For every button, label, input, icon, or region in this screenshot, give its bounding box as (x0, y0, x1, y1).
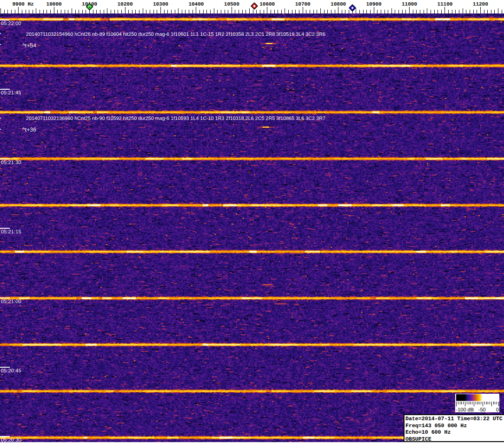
svg-text:10700: 10700 (295, 2, 311, 7)
svg-text:10900: 10900 (366, 2, 381, 7)
svg-text:11000: 11000 (402, 2, 417, 7)
svg-text:Echo=10 600 Hz: Echo=10 600 Hz (405, 430, 451, 436)
svg-text:10200: 10200 (117, 2, 133, 7)
svg-text:OBSUPICE: OBSUPICE (405, 436, 431, 442)
svg-text:Freq=143 050 000 Hz: Freq=143 050 000 Hz (405, 423, 467, 429)
svg-text:-100 dB: -100 dB (456, 407, 474, 412)
svg-text:11200: 11200 (473, 2, 488, 7)
svg-text:11100: 11100 (437, 2, 452, 7)
svg-text:10500: 10500 (224, 2, 239, 7)
svg-text:10600: 10600 (259, 2, 275, 7)
svg-text:0: 0 (496, 407, 499, 412)
svg-text:Date=2014-07-11 Time=03:22 UTC: Date=2014-07-11 Time=03:22 UTC (405, 416, 503, 422)
svg-text:10000: 10000 (46, 2, 62, 7)
svg-text:9900 Hz: 9900 Hz (13, 2, 34, 7)
svg-text:-50: -50 (478, 407, 486, 412)
svg-text:10400: 10400 (188, 2, 204, 7)
svg-text:10300: 10300 (153, 2, 168, 7)
svg-text:10800: 10800 (331, 2, 346, 7)
